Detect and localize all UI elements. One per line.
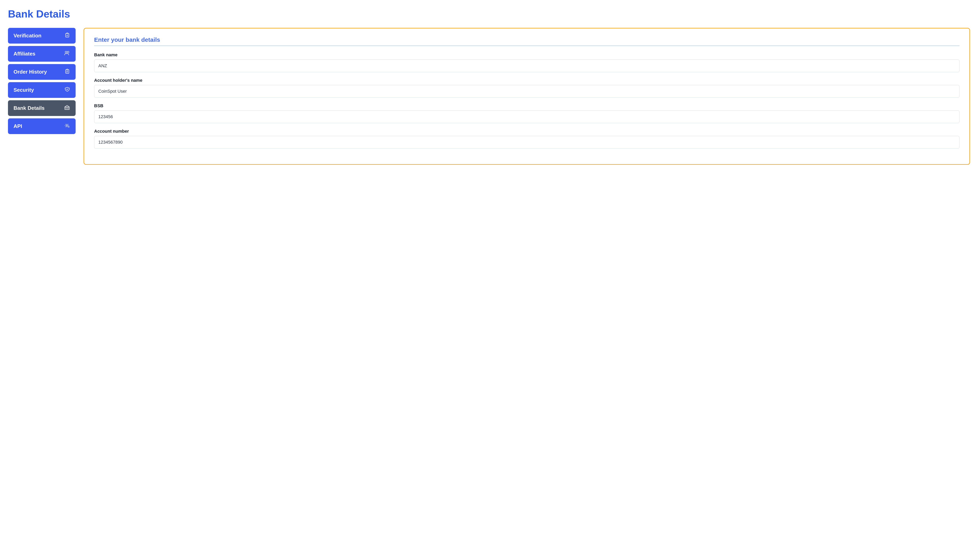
- label-account-holder: Account holder's name: [94, 78, 960, 83]
- input-account-holder[interactable]: [94, 85, 960, 98]
- sidebar-item-label-affiliates: Affiliates: [13, 51, 35, 57]
- sidebar: VerificationAffiliatesOrder HistorySecur…: [8, 28, 76, 134]
- sidebar-item-label-api: API: [13, 123, 22, 129]
- form-group-account-holder: Account holder's name: [94, 78, 960, 98]
- sidebar-item-verification[interactable]: Verification: [8, 28, 76, 43]
- input-bsb[interactable]: [94, 110, 960, 123]
- security-icon: [65, 87, 70, 93]
- sidebar-item-api[interactable]: API: [8, 118, 76, 134]
- svg-point-6: [66, 125, 67, 126]
- label-bank-name: Bank name: [94, 52, 960, 57]
- form-group-account-number: Account number: [94, 129, 960, 148]
- order-history-icon: [65, 68, 70, 75]
- sidebar-item-affiliates[interactable]: Affiliates: [8, 46, 76, 62]
- form-title: Enter your bank details: [94, 37, 960, 43]
- sidebar-item-order-history[interactable]: Order History: [8, 64, 76, 80]
- input-bank-name[interactable]: [94, 60, 960, 72]
- form-divider: [94, 45, 960, 46]
- verification-icon: [65, 32, 70, 39]
- sidebar-item-label-order-history: Order History: [13, 69, 47, 75]
- sidebar-item-label-bank-details: Bank Details: [13, 105, 45, 111]
- affiliates-icon: [64, 50, 70, 57]
- form-group-bsb: BSB: [94, 103, 960, 123]
- bank-details-form-container: Enter your bank details Bank nameAccount…: [83, 28, 970, 165]
- svg-point-1: [67, 51, 69, 53]
- main-layout: VerificationAffiliatesOrder HistorySecur…: [8, 28, 970, 165]
- label-bsb: BSB: [94, 103, 960, 108]
- sidebar-item-label-security: Security: [13, 87, 34, 93]
- svg-point-7: [68, 126, 69, 127]
- sidebar-item-bank-details[interactable]: Bank Details: [8, 100, 76, 116]
- form-group-bank-name: Bank name: [94, 52, 960, 72]
- form-fields: Bank nameAccount holder's nameBSBAccount…: [94, 52, 960, 148]
- sidebar-item-label-verification: Verification: [13, 33, 42, 39]
- page-title: Bank Details: [8, 8, 970, 20]
- sidebar-item-security[interactable]: Security: [8, 82, 76, 98]
- bank-details-icon: [64, 105, 70, 112]
- svg-point-0: [65, 51, 67, 53]
- api-icon: [64, 123, 70, 130]
- label-account-number: Account number: [94, 129, 960, 134]
- input-account-number[interactable]: [94, 136, 960, 148]
